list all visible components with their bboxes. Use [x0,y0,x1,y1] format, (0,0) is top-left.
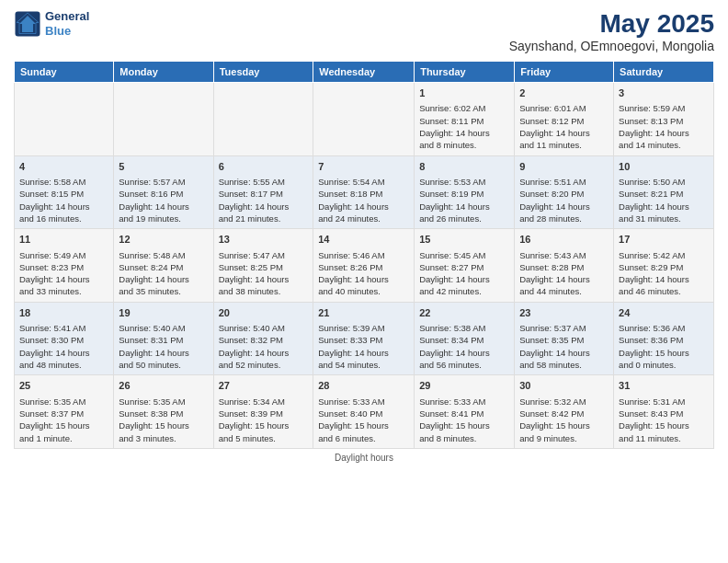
day-number: 20 [219,306,309,320]
calendar-cell: 12Sunrise: 5:48 AMSunset: 8:24 PMDayligh… [114,229,213,303]
cell-content-line: Daylight: 14 hours [219,273,309,285]
cell-content-line: Daylight: 14 hours [318,347,409,359]
cell-content-line: Daylight: 14 hours [419,201,509,213]
cell-content-line: Sunset: 8:42 PM [519,408,609,419]
cell-content-line: Sunrise: 5:33 AM [419,396,509,408]
cell-content-line: Sunset: 8:36 PM [619,334,709,346]
cell-content-line: and 28 minutes. [519,213,609,224]
cell-content-line: Sunset: 8:28 PM [519,261,609,273]
cell-content-line: Sunset: 8:41 PM [419,408,509,419]
cell-content-line: Sunrise: 5:37 AM [519,322,609,334]
cell-content-line: Sunset: 8:11 PM [419,115,509,127]
col-header-sunday: Sunday [15,62,114,83]
col-header-thursday: Thursday [415,62,515,83]
logo: General Blue [14,9,89,38]
cell-content-line: and 35 minutes. [119,285,208,297]
calendar-cell: 21Sunrise: 5:39 AMSunset: 8:33 PMDayligh… [313,302,415,375]
cell-content-line: and 31 minutes. [619,213,709,224]
calendar-cell: 18Sunrise: 5:41 AMSunset: 8:30 PMDayligh… [15,302,114,375]
cell-content-line: and 6 minutes. [318,432,409,444]
cell-content-line: Daylight: 14 hours [19,201,108,213]
cell-content-line: Sunrise: 5:55 AM [219,176,309,188]
cell-content-line: and 8 minutes. [419,432,509,444]
day-number: 13 [219,233,309,247]
cell-content-line: Daylight: 14 hours [419,127,509,139]
day-number: 4 [19,160,108,174]
cell-content-line: Sunrise: 5:57 AM [119,176,208,188]
cell-content-line: and 38 minutes. [219,285,309,297]
day-number: 23 [519,306,609,320]
cell-content-line: and 8 minutes. [419,139,509,151]
cell-content-line: Sunset: 8:34 PM [419,334,509,346]
calendar-cell: 3Sunrise: 5:59 AMSunset: 8:13 PMDaylight… [614,83,714,156]
cell-content-line: and 54 minutes. [318,359,409,371]
cell-content-line: Daylight: 14 hours [219,347,309,359]
logo-text-block: General Blue [45,9,89,38]
day-number: 30 [519,379,609,393]
day-number: 1 [419,86,509,100]
cell-content-line: Sunset: 8:23 PM [19,261,108,273]
cell-content-line: Sunset: 8:30 PM [19,334,108,346]
cell-content-line: Sunrise: 5:53 AM [419,176,509,188]
cell-content-line: and 33 minutes. [19,285,108,297]
cell-content-line: Sunrise: 5:39 AM [318,322,409,334]
cell-content-line: Sunrise: 5:38 AM [419,322,509,334]
day-number: 18 [19,306,108,320]
cell-content-line: Daylight: 14 hours [318,201,409,213]
calendar-cell [114,83,213,156]
calendar-cell: 31Sunrise: 5:31 AMSunset: 8:43 PMDayligh… [614,375,714,449]
calendar-cell: 11Sunrise: 5:49 AMSunset: 8:23 PMDayligh… [15,229,114,303]
day-number: 7 [318,160,409,174]
logo-line2: Blue [45,24,89,39]
cell-content-line: Sunset: 8:33 PM [318,334,409,346]
cell-content-line: Daylight: 14 hours [619,273,709,285]
cell-content-line: Sunset: 8:25 PM [219,261,309,273]
cell-content-line: Sunset: 8:35 PM [519,334,609,346]
calendar-cell: 8Sunrise: 5:53 AMSunset: 8:19 PMDaylight… [415,155,515,229]
day-number: 22 [419,306,509,320]
calendar-cell: 23Sunrise: 5:37 AMSunset: 8:35 PMDayligh… [515,302,614,375]
day-number: 6 [219,160,309,174]
day-number: 24 [619,306,709,320]
calendar-cell: 22Sunrise: 5:38 AMSunset: 8:34 PMDayligh… [415,302,515,375]
cell-content-line: Daylight: 14 hours [519,273,609,285]
cell-content-line: Daylight: 14 hours [119,201,208,213]
day-number: 9 [519,160,609,174]
day-number: 27 [219,379,309,393]
cell-content-line: Sunset: 8:31 PM [119,334,208,346]
col-header-wednesday: Wednesday [313,62,415,83]
calendar-cell: 5Sunrise: 5:57 AMSunset: 8:16 PMDaylight… [114,155,213,229]
cell-content-line: Daylight: 15 hours [519,419,609,431]
calendar-cell: 24Sunrise: 5:36 AMSunset: 8:36 PMDayligh… [614,302,714,375]
cell-content-line: Sunrise: 5:35 AM [119,396,208,408]
cell-content-line: Sunset: 8:13 PM [619,115,709,127]
cell-content-line: Daylight: 14 hours [19,273,108,285]
cell-content-line: Sunrise: 5:48 AM [119,249,208,261]
calendar-cell: 2Sunrise: 6:01 AMSunset: 8:12 PMDaylight… [515,83,614,156]
cell-content-line: Sunrise: 5:31 AM [619,396,709,408]
calendar-cell [15,83,114,156]
cell-content-line: Daylight: 15 hours [219,419,309,431]
day-number: 3 [619,86,709,100]
day-number: 25 [19,379,108,393]
cell-content-line: Sunset: 8:18 PM [318,188,409,200]
cell-content-line: Daylight: 14 hours [519,201,609,213]
cell-content-line: Sunrise: 5:34 AM [219,396,309,408]
calendar-cell: 17Sunrise: 5:42 AMSunset: 8:29 PMDayligh… [614,229,714,303]
cell-content-line: Sunrise: 5:32 AM [519,396,609,408]
cell-content-line: Sunset: 8:27 PM [419,261,509,273]
cell-content-line: and 1 minute. [19,432,108,444]
cell-content-line: Sunset: 8:16 PM [119,188,208,200]
cell-content-line: Sunrise: 5:41 AM [19,322,108,334]
day-number: 14 [318,233,409,247]
cell-content-line: Sunrise: 5:59 AM [619,102,709,114]
cell-content-line: Sunset: 8:21 PM [619,188,709,200]
cell-content-line: and 26 minutes. [419,213,509,224]
cell-content-line: Daylight: 15 hours [419,419,509,431]
calendar-cell: 4Sunrise: 5:58 AMSunset: 8:15 PMDaylight… [15,155,114,229]
cell-content-line: Sunset: 8:12 PM [519,115,609,127]
cell-content-line: and 44 minutes. [519,285,609,297]
day-number: 31 [619,379,709,393]
cell-content-line: Sunset: 8:38 PM [119,408,208,419]
calendar-cell: 27Sunrise: 5:34 AMSunset: 8:39 PMDayligh… [213,375,313,449]
